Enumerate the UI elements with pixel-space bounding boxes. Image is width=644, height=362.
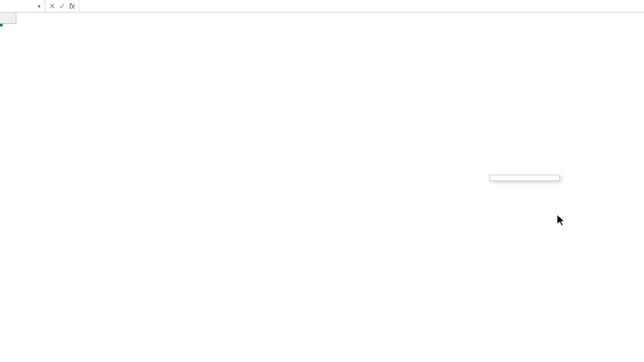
selection-border: [0, 24, 3, 26]
fx-icon[interactable]: fx: [69, 2, 75, 11]
formula-icons: ✕ ✓ fx: [45, 0, 79, 12]
check-icon[interactable]: ✓: [59, 2, 65, 11]
column-headers: [0, 13, 644, 24]
name-box[interactable]: ▾: [0, 0, 45, 12]
formula-bar: ▾ ✕ ✓ fx: [0, 0, 644, 13]
chevron-down-icon: ▾: [38, 3, 41, 9]
cancel-icon[interactable]: ✕: [49, 2, 55, 11]
select-all-corner[interactable]: [0, 13, 16, 24]
autofill-context-menu: [489, 175, 560, 181]
mouse-cursor-icon: [557, 215, 566, 228]
